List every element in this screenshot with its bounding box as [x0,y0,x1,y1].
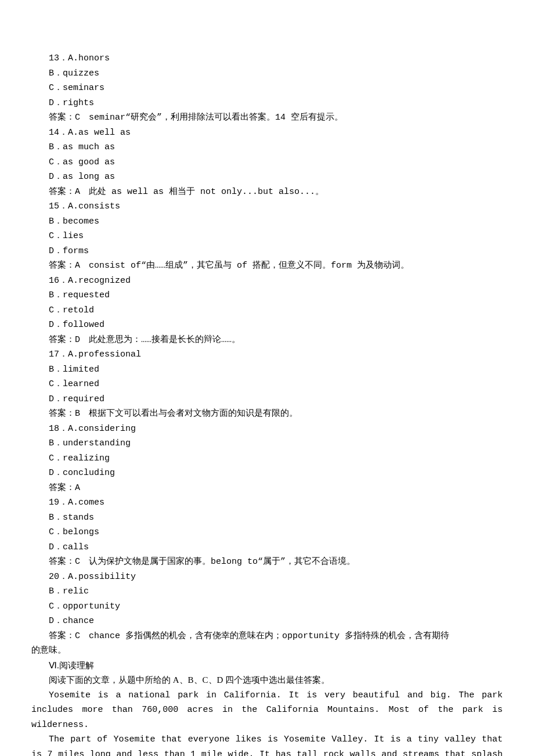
question-option: B．requested [31,288,503,303]
question-answer: 答案：C seminar“研究会”，利用排除法可以看出答案。14 空后有提示。 [31,110,503,125]
question-option: D．forms [31,244,503,259]
question-answer: 答案：A 此处 as well as 相当于 not only...but al… [31,185,503,200]
question-option: B．quizzes [31,66,503,81]
question-lead: 14．A.as well as [31,125,503,141]
question-answer: 答案：A [31,481,503,496]
question-answer: 答案：C chance 多指偶然的机会，含有侥幸的意味在内；opportunit… [31,629,503,658]
question-option: C．as good as [31,155,503,170]
question-lead: 20．A.possibility [31,570,503,585]
question-option: C．seminars [31,81,503,96]
question-lead: 18．A.considering [31,422,503,437]
question-option: C．belongs [31,525,503,540]
reading-paragraph: Yosemite is a national park in Californi… [31,688,503,733]
question-option: D．followed [31,318,503,333]
question-option: B．becomes [31,214,503,229]
question-option: D．calls [31,540,503,555]
question-answer-line: 的意味。 [31,643,503,658]
reading-paragraph: The part of Yosemite that everyone likes… [31,732,503,756]
question-answer-line: 答案：C chance 多指偶然的机会，含有侥幸的意味在内；opportunit… [31,629,503,644]
document-page: 13．A.honorsB．quizzesC．seminarsD．rights答案… [0,0,534,756]
question-lead: 17．A.professional [31,347,503,362]
question-answer: 答案：C 认为保护文物是属于国家的事。belong to“属于”，其它不合语境。 [31,555,503,570]
question-option: C．opportunity [31,599,503,614]
question-option: C．lies [31,229,503,244]
question-option: B．limited [31,362,503,377]
question-option: C．retold [31,303,503,318]
reading-instruction: 阅读下面的文章，从题中所给的 A、B、C、D 四个选项中选出最佳答案。 [31,673,503,688]
question-answer: 答案：D 此处意思为：……接着是长长的辩论……。 [31,333,503,348]
question-answer: 答案：B 根据下文可以看出与会者对文物方面的知识是有限的。 [31,406,503,422]
question-option: B．understanding [31,436,503,451]
question-answer: 答案：A consist of“由……组成”，其它虽与 of 搭配，但意义不同。… [31,258,503,273]
reading-passages: Yosemite is a national park in Californi… [31,688,503,757]
question-option: B．stands [31,510,503,525]
question-option: D．concluding [31,466,503,481]
question-option: D．as long as [31,170,503,185]
questions-container: 13．A.honorsB．quizzesC．seminarsD．rights答案… [31,51,503,658]
question-option: D．rights [31,96,503,111]
question-option: D．chance [31,614,503,629]
reading-section-title: Ⅵ.阅读理解 [31,658,503,674]
question-option: C．learned [31,377,503,392]
question-lead: 15．A.consists [31,199,503,214]
question-lead: 16．A.recognized [31,273,503,289]
question-lead: 13．A.honors [31,51,503,66]
question-option: B．as much as [31,140,503,155]
question-option: C．realizing [31,451,503,466]
question-lead: 19．A.comes [31,495,503,510]
question-option: B．relic [31,584,503,599]
question-option: D．required [31,392,503,407]
